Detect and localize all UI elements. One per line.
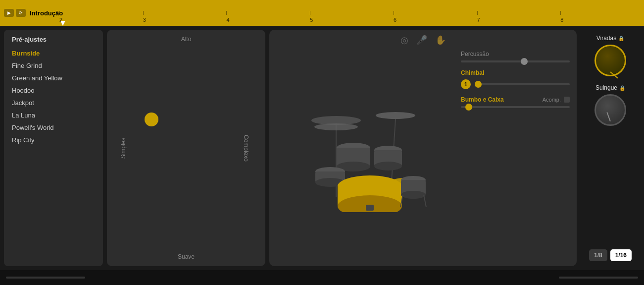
sidebar-item-burnside[interactable]: Burnside	[4, 47, 103, 59]
percussao-thumb[interactable]	[521, 58, 528, 65]
drum-visual	[276, 49, 455, 261]
sidebar-header: Pré-ajustes	[4, 36, 103, 47]
percussao-slider[interactable]	[461, 60, 570, 62]
xy-label-suave: Suave	[178, 253, 195, 260]
bumbo-label-row: Bumbo e Caixa Acomp.	[461, 96, 570, 103]
suingue-section: Suingue 🔒	[585, 84, 636, 126]
cymbal-icon: ◎	[400, 35, 408, 46]
sidebar-item-rip-city[interactable]: Rip City	[4, 134, 103, 146]
chimbal-thumb[interactable]	[475, 81, 482, 88]
suingue-knob-indicator	[606, 112, 611, 121]
ruler-tick-3: 3	[143, 17, 227, 23]
ruler-tick-6: 6	[394, 17, 477, 23]
suingue-knob[interactable]	[594, 94, 626, 126]
suingue-label: Suingue	[595, 84, 617, 91]
ruler-tick-2: 2	[59, 17, 143, 23]
xy-label-simples: Simples	[120, 137, 127, 159]
hand-icon: ✋	[435, 35, 446, 46]
drum-kit-area: Percussão Chimbal 1	[276, 49, 570, 261]
sidebar-item-jackpot[interactable]: Jackpot	[4, 97, 103, 109]
ruler-icons: ▶ ⟳	[4, 9, 26, 17]
sidebar-item-hoodoo[interactable]: Hoodoo	[4, 84, 103, 97]
viradas-knob-indicator	[610, 71, 618, 78]
bottom-indicator-right	[559, 277, 638, 279]
chimbal-label: Chimbal	[461, 69, 570, 76]
sidebar-item-la-luna[interactable]: La Luna	[4, 109, 103, 121]
ruler-tick-7: 7	[477, 17, 561, 23]
bumbo-section: Bumbo e Caixa Acomp.	[461, 96, 570, 108]
xy-dot[interactable]	[145, 113, 158, 126]
chimbal-row: 1	[461, 79, 570, 89]
bottom-indicator-left	[6, 277, 85, 279]
viradas-label: Viradas	[596, 35, 616, 42]
drum-panel: ◎ 🎤 ✋	[269, 30, 577, 266]
beat-1-button[interactable]: 1/8	[589, 249, 607, 261]
beat-buttons: 1/8 1/16	[589, 249, 632, 261]
acomp-label: Acomp.	[543, 97, 561, 103]
loop-icon[interactable]: ⟳	[16, 9, 26, 17]
percussao-label: Percussão	[461, 51, 570, 57]
right-panel: Viradas 🔒 Suingue 🔒 1/8 1/16	[581, 30, 640, 266]
ruler-tick-5: 5	[310, 17, 394, 23]
bottom-bar	[0, 270, 644, 285]
sidebar-item-green-and-yellow[interactable]: Green and Yellow	[4, 72, 103, 84]
ruler-tick-8: 8	[560, 17, 644, 23]
chimbal-section: Chimbal 1	[461, 69, 570, 89]
chimbal-badge: 1	[461, 79, 471, 89]
svg-point-10	[374, 162, 402, 171]
viradas-knob[interactable]	[594, 45, 626, 76]
ruler-bar: ▶ ⟳ Introdução 2 3 4 5 6 7 8	[0, 0, 644, 26]
sidebar-item-fine-grind[interactable]: Fine Grind	[4, 59, 103, 72]
ruler-title: Introdução	[30, 9, 63, 17]
bumbo-slider[interactable]	[461, 106, 570, 108]
acomp-checkbox[interactable]	[564, 97, 570, 103]
suingue-label-row: Suingue 🔒	[595, 84, 625, 91]
svg-point-1	[376, 112, 415, 119]
viradas-lock-icon[interactable]: 🔒	[618, 36, 624, 41]
chimbal-slider[interactable]	[475, 83, 570, 85]
xy-pad[interactable]: Alto Suave Simples Complexo	[107, 30, 265, 266]
drum-top-icons: ◎ 🎤 ✋	[276, 35, 570, 46]
percussao-section: Percussão	[461, 51, 570, 62]
drum-controls: Percussão Chimbal 1	[461, 49, 570, 261]
bumbo-label: Bumbo e Caixa	[461, 96, 504, 103]
xy-label-alto: Alto	[181, 36, 192, 43]
suingue-lock-icon[interactable]: 🔒	[619, 85, 625, 91]
drum-kit-svg	[297, 98, 435, 212]
sidebar: Pré-ajustes Burnside Fine Grind Green an…	[4, 30, 103, 266]
beat-2-button[interactable]: 1/16	[610, 249, 632, 261]
viradas-label-row: Viradas 🔒	[596, 35, 624, 42]
mic-icon: 🎤	[416, 35, 427, 46]
bumbo-thumb[interactable]	[465, 104, 472, 111]
panels-area: Alto Suave Simples Complexo ◎ 🎤 ✋	[107, 30, 577, 266]
ruler-tick-4: 4	[226, 17, 310, 23]
svg-rect-20	[366, 205, 374, 211]
svg-point-23	[401, 191, 426, 199]
xy-label-complexo: Complexo	[243, 134, 249, 161]
svg-point-4	[314, 123, 358, 130]
ruler-marks: 2 3 4 5 6 7 8	[59, 0, 644, 26]
viradas-section: Viradas 🔒	[585, 35, 636, 76]
play-icon[interactable]: ▶	[4, 9, 14, 17]
svg-line-25	[424, 195, 426, 207]
main-container: Pré-ajustes Burnside Fine Grind Green an…	[0, 26, 644, 270]
sidebar-item-powells-world[interactable]: Powell's World	[4, 121, 103, 134]
